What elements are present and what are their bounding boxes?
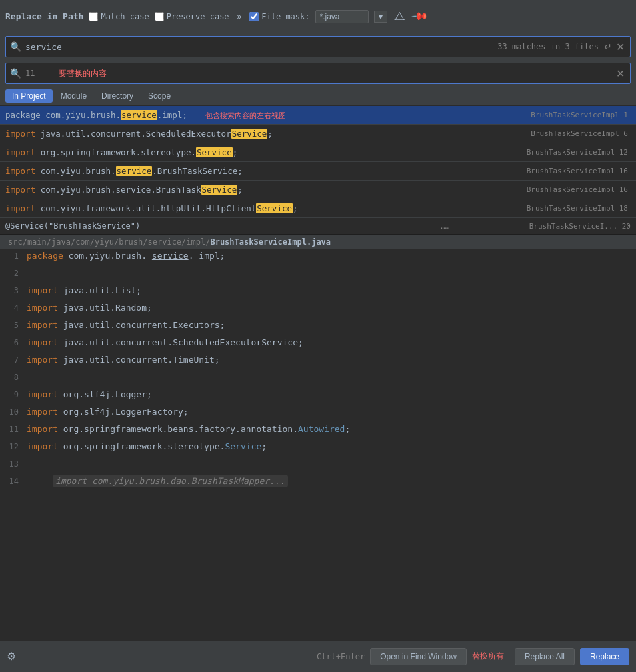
result-code: import com.yiyu.brush.service.BrushTaskS…	[5, 185, 521, 195]
replace-input[interactable]	[39, 69, 615, 79]
line-num: 13	[0, 459, 27, 469]
scope-bar: In Project Module Directory Scope	[0, 87, 636, 106]
code-line: 8	[0, 371, 636, 389]
code-line: 5 import java.util.concurrent.Executors;	[0, 319, 636, 337]
toolbar: Replace in Path Match case Preserve case…	[0, 0, 636, 33]
line-num: 6	[0, 338, 27, 347]
result-code: import org.springframework.stereotype.Se…	[5, 147, 521, 157]
line-code: import org.springframework.beans.factory…	[27, 424, 350, 434]
code-line: 13	[0, 458, 636, 475]
code-line: 1 package com.yiyu.brush. service. impl;	[0, 250, 636, 267]
code-line: 10 import org.slf4j.LoggerFactory;	[0, 406, 636, 423]
search-clear-btn[interactable]: ✕	[615, 41, 626, 53]
replace-all-button[interactable]: Replace All	[515, 648, 575, 665]
tab-scope[interactable]: Scope	[141, 89, 177, 103]
line-num: 7	[0, 355, 27, 365]
line-code	[27, 372, 32, 382]
match-count: 33 matches in 3 files	[497, 42, 599, 51]
line-num: 2	[0, 269, 27, 278]
line-code: import java.util.Random;	[27, 303, 152, 313]
line-code: package com.yiyu.brush. service. impl;	[27, 251, 225, 261]
replace-clear-btn[interactable]: ✕	[615, 67, 626, 80]
replace-button[interactable]: Replace	[580, 648, 629, 665]
code-lines: 1 package com.yiyu.brush. service. impl;…	[0, 250, 636, 493]
line-num: 5	[0, 321, 27, 330]
bottom-actions: Ctrl+Enter Open in Find Window 替换所有 Repl…	[317, 648, 629, 665]
code-line: 7 import java.util.concurrent.TimeUnit;	[0, 354, 636, 371]
table-row[interactable]: import com.yiyu.brush.service.BrushTaskS…	[0, 162, 636, 181]
main-content: 🔍 33 matches in 3 files ↵ ✕ 全局搜索的内容 🔍 11…	[0, 33, 636, 672]
line-num: 10	[0, 407, 27, 417]
line-code: import java.util.concurrent.TimeUnit;	[27, 355, 220, 365]
preserve-case-checkbox[interactable]	[155, 12, 164, 21]
code-line: 3 import java.util.List;	[0, 285, 636, 302]
line-num: 11	[0, 425, 27, 434]
file-mask-dropdown[interactable]: ▼	[374, 11, 388, 23]
file-mask-checkbox-container[interactable]: File mask:	[249, 12, 309, 21]
ellipsis-row: @Service("BrushTaskService") …… BrushTas…	[0, 218, 636, 234]
replace-search-icon: 🔍	[10, 68, 21, 79]
result-code: package com.yiyu.brush.service.impl; 包含搜…	[5, 110, 525, 121]
file-path-prefix: src/main/java/com/yiyu/brush/service/imp…	[8, 237, 210, 247]
line-code	[27, 459, 32, 469]
table-row[interactable]: import java.util.concurrent.ScheduledExe…	[0, 125, 636, 143]
shortcut-text: Ctrl+Enter	[317, 652, 365, 661]
tab-in-project[interactable]: In Project	[5, 89, 53, 103]
line-code: import com.yiyu.brush.dao.BrushTaskMappe…	[27, 476, 288, 486]
result-code: import java.util.concurrent.ScheduledExe…	[5, 129, 525, 139]
code-line: 2	[0, 267, 636, 285]
line-num: 4	[0, 303, 27, 313]
table-row[interactable]: package com.yiyu.brush.service.impl; 包含搜…	[0, 106, 636, 125]
match-case-checkbox-container[interactable]: Match case	[89, 12, 149, 21]
replace-all-hint: 替换所有	[472, 651, 504, 662]
ellipsis-code: @Service("BrushTaskService")	[5, 221, 441, 231]
line-code: import java.util.concurrent.Executors;	[27, 320, 225, 330]
preserve-case-label: Preserve case	[167, 12, 229, 21]
search-input[interactable]	[25, 42, 497, 52]
replace-count: 11	[25, 69, 35, 78]
search-enter-btn[interactable]: ↵	[604, 41, 612, 52]
results-list: package com.yiyu.brush.service.impl; 包含搜…	[0, 106, 636, 235]
replace-row: 🔍 11 ✕	[5, 63, 631, 84]
file-path-filename: BrushTaskServiceImpl.java	[210, 237, 331, 247]
code-line: 12 import org.springframework.stereotype…	[0, 441, 636, 458]
line-num: 14	[0, 477, 27, 486]
line-code: import org.slf4j.Logger;	[27, 389, 152, 399]
search-row: 🔍 33 matches in 3 files ↵ ✕	[5, 36, 631, 57]
file-mask-label: File mask:	[261, 12, 309, 21]
file-mask-input[interactable]	[315, 10, 369, 23]
line-num: 12	[0, 442, 27, 451]
bottom-bar: ⚙ Ctrl+Enter Open in Find Window 替换所有 Re…	[0, 640, 636, 672]
table-row[interactable]: import org.springframework.stereotype.Se…	[0, 143, 636, 162]
line-code: import java.util.List;	[27, 285, 141, 295]
results-and-preview: package com.yiyu.brush.service.impl; 包含搜…	[0, 106, 636, 640]
line-code: import org.springframework.stereotype.Se…	[27, 441, 267, 451]
pin-icon-btn[interactable]: 📌	[409, 5, 431, 27]
gear-button[interactable]: ⚙	[7, 650, 16, 663]
file-path-row: src/main/java/com/yiyu/brush/service/imp…	[0, 235, 636, 250]
result-code: import com.yiyu.brush.service.BrushTaskS…	[5, 166, 521, 176]
search-icon: 🔍	[10, 41, 21, 52]
open-find-window-button[interactable]: Open in Find Window	[370, 648, 467, 665]
code-line: 11 import org.springframework.beans.fact…	[0, 423, 636, 441]
table-row[interactable]: import com.yiyu.framework.util.httpUtil.…	[0, 199, 636, 218]
line-num: 9	[0, 390, 27, 399]
result-file: BrushTaskServiceImpl 16	[527, 167, 628, 175]
table-row[interactable]: import com.yiyu.brush.service.BrushTaskS…	[0, 181, 636, 199]
expand-button[interactable]: »	[235, 11, 245, 23]
filter-icon-btn[interactable]: ⧍	[393, 8, 407, 25]
file-mask-checkbox[interactable]	[249, 12, 259, 21]
result-code: import com.yiyu.framework.util.httpUtil.…	[5, 203, 521, 213]
match-case-checkbox[interactable]	[89, 12, 98, 21]
result-file: BrushTaskServiceImpl 18	[527, 204, 628, 213]
preserve-case-checkbox-container[interactable]: Preserve case	[155, 12, 229, 21]
more-file-info: …… BrushTaskServiceI... 20	[441, 222, 631, 231]
result-file: BrushTaskServiceImpl 6	[531, 129, 628, 138]
tab-module[interactable]: Module	[54, 89, 93, 103]
tab-directory[interactable]: Directory	[95, 89, 140, 103]
code-line: 6 import java.util.concurrent.ScheduledE…	[0, 337, 636, 354]
result-file: BrushTaskServiceImpl 16	[527, 185, 628, 194]
line-code: import org.slf4j.LoggerFactory;	[27, 407, 189, 417]
toolbar-title: Replace in Path	[5, 11, 83, 21]
result-file: BrushTaskServiceImpl 12	[527, 148, 628, 157]
